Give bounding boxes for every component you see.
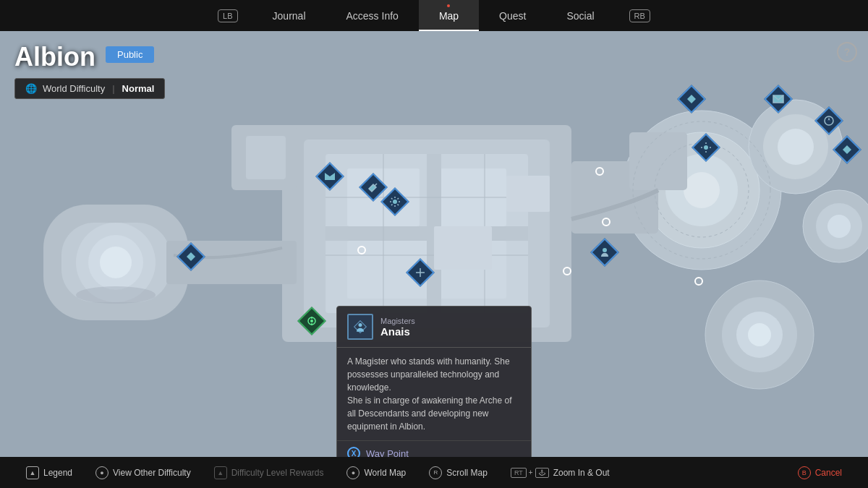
map-dot-2[interactable] [602, 218, 610, 226]
map-dot-4[interactable] [694, 277, 703, 286]
waypoint-label: Way Point [366, 448, 409, 458]
rb-icon: RB [629, 9, 650, 22]
svg-point-57 [359, 323, 362, 327]
bottom-zoom[interactable]: RT + 🕹 Zoom In & Out [499, 468, 621, 478]
svg-point-10 [827, 215, 851, 238]
waypoint-x-button[interactable]: X [347, 447, 360, 457]
tooltip-title-area: Magisters Anais [380, 317, 415, 338]
tooltip-waypoint[interactable]: X Way Point [337, 440, 531, 457]
tooltip-header: Magisters Anais [337, 307, 531, 348]
notification-dot [447, 4, 450, 7]
lb-icon: LB [218, 9, 237, 22]
cancel-btn-icon: B [798, 466, 811, 479]
map-dot-5[interactable] [595, 167, 604, 176]
difficulty-rewards-label: Difficulty Level Rewards [231, 468, 324, 478]
nav-map[interactable]: Map [419, 0, 479, 31]
svg-marker-44 [687, 95, 696, 103]
svg-rect-30 [246, 136, 286, 179]
map-dot-3[interactable] [563, 267, 571, 275]
map-background: Albion Public 🌐 World Difficulty | Norma… [0, 31, 868, 457]
map-title-area: Albion Public 🌐 World Difficulty | Norma… [14, 42, 165, 99]
difficulty-rewards-btn-icon: ▲ [214, 466, 227, 479]
svg-rect-22 [326, 226, 528, 241]
svg-point-14 [748, 323, 771, 346]
bottom-bar: ▲ Legend ● View Other Difficulty ▲ Diffi… [0, 457, 868, 488]
svg-point-42 [393, 200, 397, 204]
difficulty-sep: | [112, 83, 114, 94]
map-area[interactable]: Albion Public 🌐 World Difficulty | Norma… [0, 31, 868, 457]
help-button[interactable]: ? [837, 42, 857, 62]
bottom-legend[interactable]: ▲ Legend [14, 466, 84, 479]
world-map-label: World Map [364, 468, 406, 478]
view-difficulty-btn-icon: ● [95, 466, 109, 479]
tooltip-name: Anais [380, 325, 415, 338]
lb-button[interactable]: LB [203, 0, 252, 31]
tooltip-description: A Magister who stands with humanity. She… [337, 348, 531, 440]
svg-marker-43 [187, 252, 195, 261]
scroll-map-label: Scroll Map [446, 468, 488, 478]
zoom-label: Zoom In & Out [553, 468, 610, 478]
nav-quest[interactable]: Quest [479, 0, 546, 31]
map-dot-1[interactable] [357, 246, 366, 254]
bottom-cancel[interactable]: B Cancel [786, 466, 854, 479]
zoom-btn-combo: RT + 🕹 [511, 468, 549, 478]
bottom-scroll-map[interactable]: R Scroll Map [417, 466, 499, 479]
svg-rect-32 [629, 132, 687, 190]
view-difficulty-label: View Other Difficulty [113, 468, 191, 478]
svg-point-41 [76, 286, 156, 304]
svg-point-51 [603, 248, 607, 252]
svg-marker-49 [843, 145, 851, 154]
svg-line-50 [375, 184, 377, 186]
svg-point-4 [684, 172, 720, 208]
scroll-map-btn-icon: R [429, 466, 442, 479]
public-badge[interactable]: Public [106, 46, 154, 63]
legend-label: Legend [43, 468, 72, 478]
rb-button[interactable]: RB [615, 0, 665, 31]
tooltip-category: Magisters [380, 317, 415, 325]
world-map-btn-icon: ● [346, 466, 359, 479]
difficulty-label: World Difficulty [43, 83, 105, 94]
lb-icon: 🕹 [535, 468, 549, 478]
svg-point-53 [310, 320, 313, 322]
svg-rect-40 [506, 176, 550, 212]
nav-social[interactable]: Social [546, 0, 614, 31]
tooltip-desc-text: A Magister who stands with humanity. She… [347, 355, 521, 433]
tooltip-popup: Magisters Anais A Magister who stands wi… [336, 306, 532, 457]
cancel-label: Cancel [815, 468, 842, 478]
svg-marker-48 [828, 117, 830, 121]
nav-access-info[interactable]: Access Info [326, 0, 419, 31]
rt-icon: RT [511, 468, 527, 478]
bottom-view-difficulty[interactable]: ● View Other Difficulty [84, 466, 203, 479]
top-navigation: LB Journal Access Info Map Quest Social … [0, 0, 868, 31]
world-difficulty-bar[interactable]: 🌐 World Difficulty | Normal [14, 78, 165, 99]
tooltip-character-icon [347, 314, 373, 340]
difficulty-value: Normal [122, 83, 155, 94]
svg-point-7 [778, 129, 814, 165]
nav-journal[interactable]: Journal [252, 0, 326, 31]
legend-btn-icon: ▲ [26, 466, 39, 479]
svg-rect-39 [434, 226, 492, 270]
svg-point-45 [704, 145, 708, 150]
svg-point-27 [100, 247, 132, 278]
map-title: Albion [14, 42, 95, 72]
bottom-world-map[interactable]: ● World Map [335, 466, 417, 479]
bottom-difficulty-rewards: ▲ Difficulty Level Rewards [203, 466, 336, 479]
difficulty-icon: 🌐 [25, 83, 37, 94]
